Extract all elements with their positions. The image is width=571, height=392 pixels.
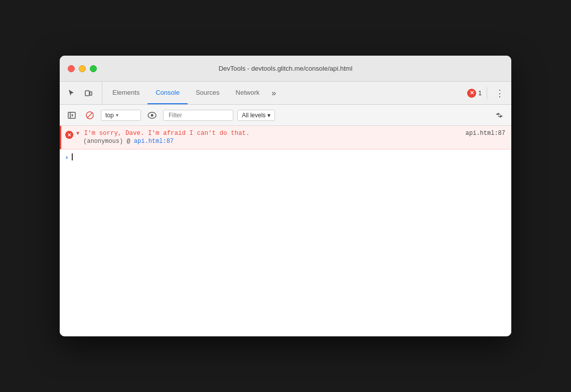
console-input[interactable] — [72, 153, 73, 160]
svg-line-5 — [72, 115, 73, 116]
error-count: 1 — [478, 90, 482, 97]
log-level-selector[interactable]: All levels ▾ — [237, 110, 275, 121]
tab-elements[interactable]: Elements — [104, 82, 148, 104]
tab-network[interactable]: Network — [228, 82, 268, 104]
svg-rect-2 — [68, 112, 75, 118]
clear-console-icon[interactable] — [83, 108, 97, 122]
titlebar: DevTools - devtools.glitch.me/console/ap… — [60, 56, 511, 82]
filter-input[interactable] — [163, 110, 233, 121]
tabbar-right: ✕ 1 ⋮ — [467, 82, 511, 104]
level-select-arrow: ▾ — [267, 112, 270, 119]
error-entry-content: ▼ I'm sorry, Dave. I'm afraid I can't do… — [76, 130, 505, 145]
error-entry-icon: ✕ — [65, 131, 73, 139]
error-main-line: ▼ I'm sorry, Dave. I'm afraid I can't do… — [76, 130, 505, 137]
stack-text: (anonymous) @ — [83, 138, 134, 145]
svg-rect-0 — [85, 91, 89, 96]
error-message-line: ▼ I'm sorry, Dave. I'm afraid I can't do… — [76, 130, 250, 137]
close-button[interactable] — [68, 65, 75, 72]
cursor — [72, 153, 73, 160]
svg-line-7 — [87, 112, 93, 118]
context-select-arrow: ▾ — [116, 112, 118, 118]
traffic-lights — [68, 65, 97, 72]
more-menu-button[interactable]: ⋮ — [492, 88, 507, 99]
tab-sources[interactable]: Sources — [188, 82, 228, 104]
devtools-window: DevTools - devtools.glitch.me/console/ap… — [60, 56, 511, 336]
expand-toggle[interactable]: ▼ — [76, 131, 79, 136]
separator — [487, 87, 487, 99]
tab-console[interactable]: Console — [148, 82, 188, 104]
maximize-button[interactable] — [90, 65, 97, 72]
minimize-button[interactable] — [79, 65, 86, 72]
tabbar-icons — [64, 82, 102, 104]
tabbar: Elements Console Sources Network » ✕ 1 ⋮ — [60, 82, 511, 105]
settings-icon[interactable] — [492, 108, 506, 122]
error-stack: (anonymous) @ api.html:87 — [76, 138, 505, 145]
console-toolbar: top ▾ All levels ▾ — [60, 105, 511, 126]
error-entry: ✕ ▼ I'm sorry, Dave. I'm afraid I can't … — [60, 126, 511, 149]
prompt-icon: › — [66, 153, 68, 161]
more-tabs-button[interactable]: » — [267, 82, 280, 104]
live-expressions-icon[interactable] — [145, 108, 159, 122]
svg-point-9 — [151, 114, 154, 116]
sidebar-toggle-icon[interactable] — [65, 108, 79, 122]
console-content: ✕ ▼ I'm sorry, Dave. I'm afraid I can't … — [60, 126, 511, 336]
device-toggle-icon[interactable] — [81, 86, 96, 101]
window-title: DevTools - devtools.glitch.me/console/ap… — [219, 65, 353, 72]
error-badge: ✕ 1 — [467, 89, 482, 98]
error-location[interactable]: api.html:87 — [466, 130, 505, 137]
console-input-row: › — [60, 149, 511, 165]
svg-rect-1 — [90, 92, 92, 95]
stack-link[interactable]: api.html:87 — [134, 138, 174, 145]
error-message-text: I'm sorry, Dave. I'm afraid I can't do t… — [84, 130, 250, 137]
error-badge-icon: ✕ — [467, 89, 476, 98]
context-selector[interactable]: top ▾ — [101, 110, 141, 121]
cursor-selector-icon[interactable] — [64, 86, 79, 101]
